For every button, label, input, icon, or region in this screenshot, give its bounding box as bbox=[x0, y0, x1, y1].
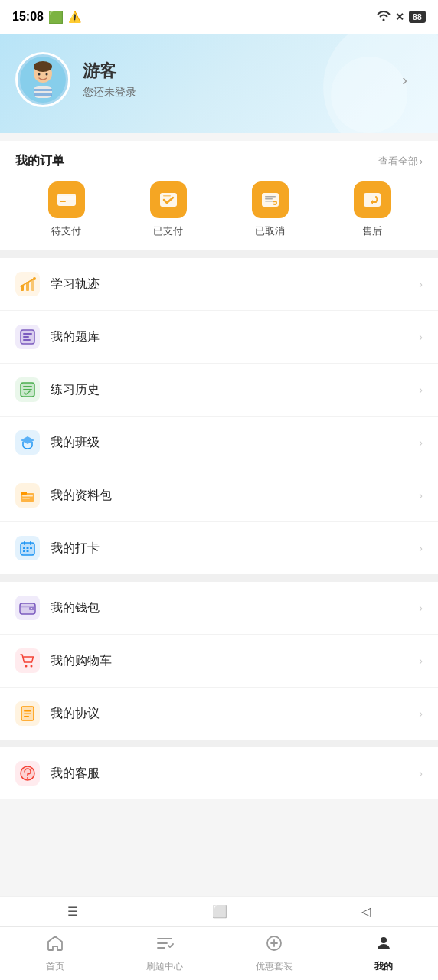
nav-mine-icon bbox=[374, 934, 393, 957]
svg-rect-14 bbox=[265, 196, 276, 198]
menu-my-agreement[interactable]: 我的协议 › bbox=[0, 688, 438, 740]
warning-icon: ⚠️ bbox=[68, 11, 81, 23]
profile-header: 游客 您还未登录 › bbox=[0, 34, 438, 133]
my-wallet-icon bbox=[15, 596, 40, 620]
my-checkin-label: 我的打卡 bbox=[51, 541, 419, 557]
avatar[interactable] bbox=[15, 52, 70, 107]
status-bar: 15:08 🟩 ⚠️ ✕ 88 bbox=[0, 0, 438, 34]
order-pending[interactable]: 待支付 bbox=[15, 181, 117, 238]
svg-point-6 bbox=[38, 74, 41, 76]
svg-rect-15 bbox=[265, 198, 273, 200]
back-sys-button[interactable]: ◁ bbox=[361, 904, 371, 919]
my-checkin-arrow-icon: › bbox=[419, 542, 423, 554]
order-aftersale[interactable]: 售后 bbox=[321, 181, 423, 238]
menu-my-wallet[interactable]: 我的钱包 › bbox=[0, 582, 438, 635]
menu-group-1: 学习轨迹 › 我的题库 › 练习历史 › bbox=[0, 258, 438, 574]
menu-group-2: 我的钱包 › 我的购物车 › 我的协议 › bbox=[0, 582, 438, 740]
question-bank-arrow-icon: › bbox=[419, 331, 423, 343]
svg-point-52 bbox=[31, 665, 33, 668]
svg-rect-55 bbox=[24, 710, 31, 712]
my-agreement-label: 我的协议 bbox=[51, 706, 419, 722]
order-aftersale-icon bbox=[354, 181, 391, 218]
menu-group-3: 我的客服 › bbox=[0, 747, 438, 799]
divider-1 bbox=[0, 250, 438, 258]
nav-home[interactable]: 首页 bbox=[0, 928, 110, 979]
my-materials-icon bbox=[15, 483, 40, 508]
order-pending-icon bbox=[48, 181, 85, 218]
my-service-icon bbox=[15, 761, 40, 786]
svg-rect-41 bbox=[23, 547, 25, 549]
orders-header: 我的订单 查看全部 › bbox=[15, 153, 423, 169]
svg-rect-44 bbox=[23, 550, 25, 552]
svg-point-58 bbox=[27, 777, 28, 779]
view-all-link[interactable]: 查看全部 › bbox=[378, 155, 423, 168]
profile-subtitle: 您还未登录 bbox=[83, 86, 423, 100]
menu-sys-button[interactable]: ☰ bbox=[67, 904, 78, 919]
svg-rect-45 bbox=[27, 550, 29, 552]
svg-rect-57 bbox=[24, 716, 29, 717]
order-cancelled[interactable]: 已取消 bbox=[219, 181, 321, 238]
bottom-nav: 首页 刷题中心 优惠套装 我的 bbox=[0, 926, 438, 980]
nav-mine[interactable]: 我的 bbox=[328, 928, 438, 979]
order-cancelled-icon bbox=[252, 181, 289, 218]
exercise-history-label: 练习历史 bbox=[51, 382, 419, 398]
orders-section: 我的订单 查看全部 › 待支付 bbox=[0, 141, 438, 250]
svg-rect-36 bbox=[22, 498, 30, 499]
home-sys-button[interactable]: ⬜ bbox=[212, 904, 227, 919]
divider-3 bbox=[0, 740, 438, 747]
order-paid[interactable]: 已支付 bbox=[117, 181, 219, 238]
sim-icon: 🟩 bbox=[48, 10, 64, 24]
my-service-label: 我的客服 bbox=[51, 766, 419, 782]
menu-my-class[interactable]: 我的班级 › bbox=[0, 416, 438, 469]
menu-my-service[interactable]: 我的客服 › bbox=[0, 747, 438, 799]
nav-deals[interactable]: 优惠套装 bbox=[219, 928, 328, 979]
menu-my-cart[interactable]: 我的购物车 › bbox=[0, 635, 438, 688]
menu-my-materials[interactable]: 我的资料包 › bbox=[0, 469, 438, 522]
svg-point-2 bbox=[34, 61, 52, 72]
svg-rect-31 bbox=[23, 389, 32, 390]
svg-point-22 bbox=[33, 277, 36, 280]
question-bank-label: 我的题库 bbox=[51, 329, 419, 345]
my-materials-label: 我的资料包 bbox=[51, 488, 419, 504]
svg-rect-40 bbox=[30, 541, 31, 545]
menu-my-checkin[interactable]: 我的打卡 › bbox=[0, 522, 438, 574]
my-class-arrow-icon: › bbox=[419, 436, 423, 449]
status-time: 15:08 bbox=[12, 10, 44, 24]
profile-arrow-icon[interactable]: › bbox=[402, 71, 407, 89]
question-bank-icon bbox=[15, 325, 40, 349]
menu-exercise-history[interactable]: 练习历史 › bbox=[0, 364, 438, 416]
wifi-icon bbox=[377, 10, 391, 24]
nav-practice-icon bbox=[155, 934, 174, 957]
nav-practice[interactable]: 刷题中心 bbox=[110, 928, 219, 979]
divider-2 bbox=[0, 574, 438, 582]
my-class-label: 我的班级 bbox=[51, 435, 419, 451]
my-agreement-arrow-icon: › bbox=[419, 707, 423, 720]
exercise-history-icon bbox=[15, 377, 40, 402]
menu-study-track[interactable]: 学习轨迹 › bbox=[0, 258, 438, 311]
svg-rect-43 bbox=[30, 547, 32, 549]
svg-point-51 bbox=[25, 665, 28, 668]
nav-home-label: 首页 bbox=[46, 960, 64, 973]
menu-question-bank[interactable]: 我的题库 › bbox=[0, 311, 438, 364]
svg-rect-3 bbox=[34, 86, 52, 98]
my-class-icon bbox=[15, 430, 40, 455]
svg-rect-26 bbox=[23, 336, 29, 338]
my-materials-arrow-icon: › bbox=[419, 489, 423, 501]
svg-rect-9 bbox=[57, 196, 76, 200]
system-nav: ☰ ⬜ ◁ bbox=[0, 896, 438, 926]
nav-deals-label: 优惠套装 bbox=[256, 960, 293, 973]
profile-info: 游客 您还未登录 bbox=[83, 60, 423, 100]
my-agreement-icon bbox=[15, 701, 40, 726]
svg-rect-10 bbox=[60, 201, 66, 202]
svg-rect-27 bbox=[23, 339, 31, 341]
study-track-label: 学习轨迹 bbox=[51, 276, 419, 292]
signal-x-icon: ✕ bbox=[395, 11, 404, 23]
battery-icon: 88 bbox=[409, 11, 426, 23]
svg-rect-39 bbox=[24, 541, 25, 545]
svg-rect-4 bbox=[34, 89, 52, 91]
svg-rect-5 bbox=[34, 93, 52, 96]
my-checkin-icon bbox=[15, 536, 40, 560]
svg-rect-11 bbox=[160, 193, 177, 207]
my-cart-icon bbox=[15, 648, 40, 673]
order-cancelled-label: 已取消 bbox=[255, 224, 285, 238]
